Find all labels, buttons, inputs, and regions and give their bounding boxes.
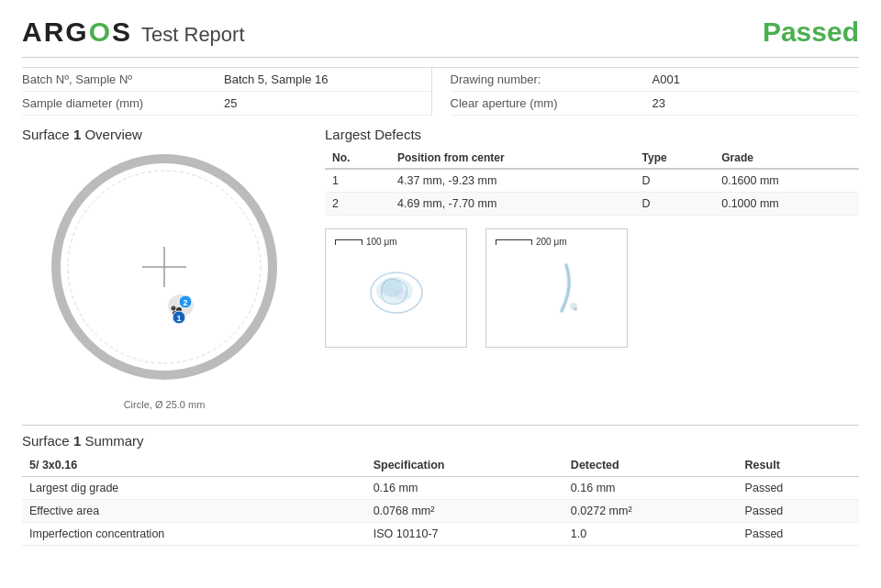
info-label-batch: Batch Nº, Sample Nº — [22, 72, 224, 86]
cell-no: 1 — [325, 169, 390, 193]
summary-section: Surface 1 Summary 5/ 3x0.16 Specificatio… — [22, 425, 859, 546]
svg-point-7 — [172, 306, 176, 311]
info-row-diameter: Sample diameter (mm) 25 — [22, 92, 431, 116]
info-section: Batch Nº, Sample Nº Batch 5, Sample 16 S… — [22, 67, 859, 116]
col-no: No. — [325, 148, 390, 169]
sum-result: Passed — [738, 500, 859, 523]
info-value-drawing: A001 — [652, 72, 680, 86]
largest-defects-title: Largest Defects — [325, 127, 859, 142]
info-row-aperture: Clear aperture (mm) 23 — [451, 92, 860, 116]
info-row-drawing: Drawing number: A001 — [451, 68, 860, 92]
svg-point-17 — [574, 307, 577, 311]
sum-result: Passed — [738, 523, 859, 546]
defects-table: No. Position from center Type Grade 1 4.… — [325, 148, 859, 216]
info-label-diameter: Sample diameter (mm) — [22, 96, 224, 110]
sum-label: Imperfection concentration — [22, 523, 366, 546]
scale-label-2: 200 μm — [536, 237, 567, 247]
svg-text:2: 2 — [183, 298, 187, 307]
cell-type: D — [635, 169, 715, 193]
sum-specification: 0.0768 mm² — [366, 500, 563, 523]
list-item: Imperfection concentration ISO 10110-7 1… — [22, 523, 859, 546]
sum-col-detected: Detected — [563, 454, 738, 477]
defect-image-1: 100 μm — [325, 228, 467, 348]
header: ARGOS Test Report Passed — [22, 17, 859, 58]
sum-label: Largest dig grade — [22, 477, 366, 500]
scale-label-1: 100 μm — [366, 237, 397, 247]
sum-specification: ISO 10110-7 — [366, 523, 563, 546]
scale-bar-1: 100 μm — [335, 237, 397, 247]
logo: ARGOS — [22, 17, 132, 48]
sum-label: Effective area — [22, 500, 366, 523]
info-label-drawing: Drawing number: — [451, 72, 652, 86]
sum-col-result: Result — [738, 454, 859, 477]
surface-right-panel: Largest Defects No. Position from center… — [325, 127, 859, 410]
summary-title: Surface 1 Summary — [22, 433, 859, 449]
sum-detected: 0.0272 mm² — [563, 500, 738, 523]
sum-result: Passed — [738, 477, 859, 500]
info-label-aperture: Clear aperture (mm) — [451, 96, 652, 110]
cell-position: 4.69 mm, -7.70 mm — [390, 193, 635, 216]
sum-col-spec-code: 5/ 3x0.16 — [22, 454, 366, 477]
page: ARGOS Test Report Passed Batch Nº, Sampl… — [0, 0, 881, 562]
status-badge: Passed — [763, 17, 859, 48]
sum-specification: 0.16 mm — [366, 477, 563, 500]
defect-images: 100 μm — [325, 228, 859, 348]
sum-detected: 1.0 — [563, 523, 738, 546]
col-position: Position from center — [390, 148, 635, 169]
info-value-aperture: 23 — [652, 96, 665, 110]
info-left: Batch Nº, Sample Nº Batch 5, Sample 16 S… — [22, 68, 431, 116]
sum-col-specification: Specification — [366, 454, 563, 477]
svg-text:1: 1 — [176, 314, 181, 323]
col-grade: Grade — [714, 148, 859, 169]
info-right: Drawing number: A001 Clear aperture (mm)… — [431, 68, 860, 116]
logo-title-group: ARGOS Test Report — [22, 17, 245, 48]
surface-svg: 2 1 — [31, 148, 297, 395]
table-row: 2 4.69 mm, -7.70 mm D 0.1000 mm — [325, 193, 859, 216]
surface-overview-title: Surface 1 Overview — [22, 127, 307, 142]
defect-image-2: 200 μm — [485, 228, 628, 348]
main-content: Surface 1 Overview — [22, 127, 859, 410]
scale-bar-2: 200 μm — [496, 237, 567, 247]
list-item: Largest dig grade 0.16 mm 0.16 mm Passed — [22, 477, 859, 500]
circle-label: Circle, Ø 25.0 mm — [124, 399, 206, 410]
surface-overview-panel: Surface 1 Overview — [22, 127, 307, 410]
cell-grade: 0.1000 mm — [714, 193, 859, 216]
info-row-batch: Batch Nº, Sample Nº Batch 5, Sample 16 — [22, 68, 431, 92]
summary-table: 5/ 3x0.16 Specification Detected Result … — [22, 454, 859, 546]
cell-type: D — [635, 193, 715, 216]
report-title: Test Report — [141, 23, 245, 47]
cell-grade: 0.1600 mm — [714, 169, 859, 193]
cell-no: 2 — [325, 193, 390, 216]
info-value-diameter: 25 — [224, 96, 237, 110]
defect-svg-2 — [511, 247, 603, 329]
list-item: Effective area 0.0768 mm² 0.0272 mm² Pas… — [22, 500, 859, 523]
defect-svg-1 — [351, 247, 442, 329]
table-row: 1 4.37 mm, -9.23 mm D 0.1600 mm — [325, 169, 859, 193]
col-type: Type — [635, 148, 715, 169]
cell-position: 4.37 mm, -9.23 mm — [390, 169, 635, 193]
circle-diagram: 2 1 Circle, Ø 25.0 mm — [22, 148, 307, 410]
info-value-batch: Batch 5, Sample 16 — [224, 72, 328, 86]
sum-detected: 0.16 mm — [563, 477, 738, 500]
